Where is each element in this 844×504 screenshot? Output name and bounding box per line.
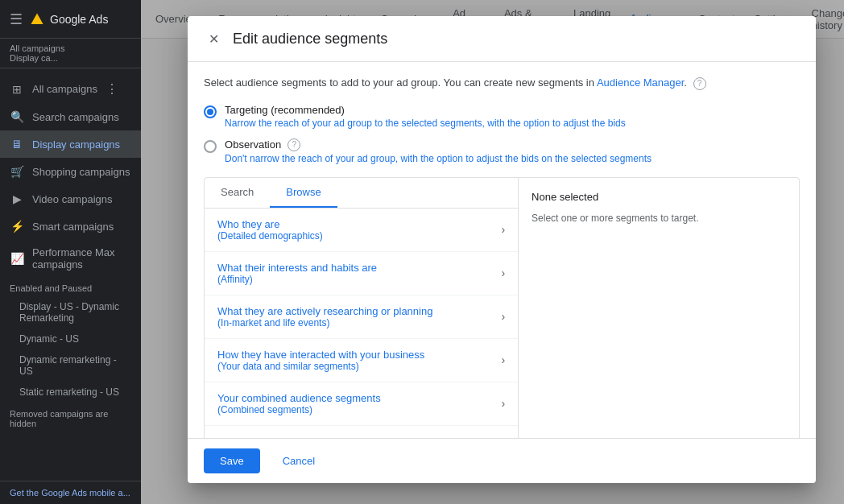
smart-icon: ⚡	[10, 219, 24, 233]
sidebar-sub-dynamic-us[interactable]: Dynamic - US	[0, 328, 141, 349]
perf-icon: 📈	[10, 251, 24, 266]
display-icon: 🖥	[10, 137, 24, 151]
segment-right-panel: None selected Select one or more segment…	[519, 178, 799, 439]
sidebar-item-label: Performance Max campaigns	[32, 246, 131, 271]
segment-item-title: How they have interacted with your busin…	[217, 349, 424, 361]
tab-search[interactable]: Search	[205, 178, 270, 208]
svg-marker-0	[31, 13, 43, 24]
cancel-button[interactable]: Cancel	[270, 448, 328, 473]
segment-item-title: What they are actively researching or pl…	[217, 305, 432, 317]
none-selected-label: None selected	[532, 191, 786, 203]
segment-container: Search Browse Who they are (Detailed dem…	[204, 177, 800, 439]
sidebar-header: ☰ Google Ads	[0, 0, 141, 39]
chevron-right-icon: ›	[501, 310, 505, 323]
modal-footer: Save Cancel	[188, 438, 816, 483]
hamburger-icon[interactable]: ☰	[10, 10, 23, 28]
segment-item-combined[interactable]: Your combined audience segments (Combine…	[205, 382, 518, 426]
sidebar-sub-dynamic-remarketing-us[interactable]: Dynamic remarketing - US	[0, 349, 141, 382]
modal-close-button[interactable]: ✕	[204, 29, 223, 48]
chevron-right-icon: ›	[501, 397, 505, 410]
sidebar-item-video-campaigns[interactable]: ▶ Video campaigns	[0, 185, 141, 213]
observation-radio-circle	[204, 140, 217, 153]
description-text: Select audience segments to add to your …	[204, 76, 594, 89]
sidebar-item-shopping-campaigns[interactable]: 🛒 Shopping campaigns	[0, 158, 141, 185]
segment-item-subtitle: (Combined segments)	[217, 404, 381, 415]
observation-description: Don't narrow the reach of your ad group,…	[225, 153, 652, 164]
search-nav-icon: 🔍	[10, 109, 24, 124]
audience-manager-link[interactable]: Audience Manager	[597, 76, 684, 89]
save-button[interactable]: Save	[204, 448, 260, 473]
campaign-info: All campaigns Display ca...	[0, 39, 141, 68]
sidebar-item-all-campaigns[interactable]: ⊞ All campaigns ⋮	[0, 75, 141, 103]
sidebar-item-label: Search campaigns	[32, 111, 119, 123]
sidebar-sub-static-us[interactable]: Static remarketing - US	[0, 382, 141, 403]
sidebar: ☰ Google Ads All campaigns Display ca...…	[0, 0, 141, 504]
modal-title: Edit audience segments	[233, 31, 387, 48]
tab-browse[interactable]: Browse	[270, 178, 337, 208]
segment-tabs: Search Browse	[205, 178, 518, 209]
sidebar-item-label: Display campaigns	[32, 138, 120, 151]
campaign-filter-label: All campaigns	[10, 43, 131, 53]
radio-group: Targeting (recommended) Narrow the reach…	[204, 104, 800, 164]
segment-item-interests[interactable]: What their interests and habits are (Aff…	[205, 252, 518, 295]
logo-text: Google Ads	[50, 13, 108, 26]
grid-icon: ⊞	[10, 82, 24, 97]
modal-description: Select audience segments to add to your …	[204, 75, 800, 91]
segment-item-subtitle: (Your data and similar segments)	[217, 361, 424, 372]
segment-list: Who they are (Detailed demographics) › W…	[205, 209, 518, 439]
sidebar-item-smart-campaigns[interactable]: ⚡ Smart campaigns	[0, 213, 141, 240]
more-icon[interactable]: ⋮	[106, 81, 118, 97]
segment-item-interacted[interactable]: How they have interacted with your busin…	[205, 339, 518, 382]
video-icon: ▶	[10, 192, 24, 206]
shopping-icon: 🛒	[10, 164, 24, 179]
observation-radio-content: Observation ? Don't narrow the reach of …	[225, 138, 652, 164]
sidebar-item-label: Video campaigns	[32, 193, 113, 205]
targeting-radio-content: Targeting (recommended) Narrow the reach…	[225, 104, 626, 129]
chevron-right-icon: ›	[501, 223, 505, 236]
segment-item-subtitle: (Affinity)	[217, 274, 377, 285]
close-icon: ✕	[209, 31, 219, 47]
sidebar-item-label: Smart campaigns	[32, 221, 114, 233]
targeting-radio-option[interactable]: Targeting (recommended) Narrow the reach…	[204, 104, 800, 129]
observation-label: Observation ?	[225, 138, 652, 151]
sidebar-item-label: Shopping campaigns	[32, 166, 130, 178]
modal-body: Select audience segments to add to your …	[188, 62, 816, 438]
segment-item-custom[interactable]: Your custom audience segments (Custom se…	[205, 426, 518, 439]
sidebar-footer[interactable]: Get the Google Ads mobile a...	[0, 481, 141, 504]
sidebar-item-display-campaigns[interactable]: 🖥 Display campaigns	[0, 130, 141, 158]
edit-audience-modal: ✕ Edit audience segments Select audience…	[188, 16, 816, 483]
segment-item-title: Who they are	[217, 218, 323, 230]
help-icon[interactable]: ?	[693, 77, 706, 90]
main-area: Overview Recommendations Insights Campai…	[141, 0, 844, 504]
google-ads-logo-icon	[29, 11, 45, 27]
sidebar-item-search-campaigns[interactable]: 🔍 Search campaigns	[0, 103, 141, 130]
observation-help-icon[interactable]: ?	[288, 138, 300, 151]
segment-left-panel: Search Browse Who they are (Detailed dem…	[205, 178, 519, 439]
none-selected-hint: Select one or more segments to target.	[532, 213, 786, 224]
modal-header: ✕ Edit audience segments	[188, 16, 816, 62]
segment-item-researching[interactable]: What they are actively researching or pl…	[205, 295, 518, 339]
modal-overlay: ✕ Edit audience segments Select audience…	[141, 0, 844, 504]
segment-item-who-they-are[interactable]: Who they are (Detailed demographics) ›	[205, 209, 518, 252]
segment-item-title: What their interests and habits are	[217, 262, 377, 274]
sidebar-nav: ⊞ All campaigns ⋮ 🔍 Search campaigns 🖥 D…	[0, 68, 141, 481]
sidebar-item-performance-max[interactable]: 📈 Performance Max campaigns	[0, 240, 141, 277]
sidebar-sub-display-us[interactable]: Display - US - Dynamic Remarketing	[0, 296, 141, 328]
segment-item-title: Your combined audience segments	[217, 392, 381, 404]
chevron-right-icon: ›	[501, 266, 505, 279]
sidebar-item-label: All campaigns	[32, 83, 97, 95]
observation-radio-option[interactable]: Observation ? Don't narrow the reach of …	[204, 138, 800, 164]
campaign-sub-label: Display ca...	[10, 53, 131, 63]
chevron-right-icon: ›	[501, 353, 505, 366]
section-label: Enabled and Paused	[0, 277, 141, 296]
targeting-label: Targeting (recommended)	[225, 104, 626, 116]
targeting-radio-circle	[204, 105, 217, 118]
hidden-label: Removed campaigns are hidden	[0, 403, 141, 432]
google-ads-logo: Google Ads	[29, 11, 108, 27]
segment-item-subtitle: (Detailed demographics)	[217, 230, 323, 242]
segment-item-subtitle: (In-market and life events)	[217, 317, 432, 328]
targeting-description: Narrow the reach of your ad group to the…	[225, 118, 626, 129]
